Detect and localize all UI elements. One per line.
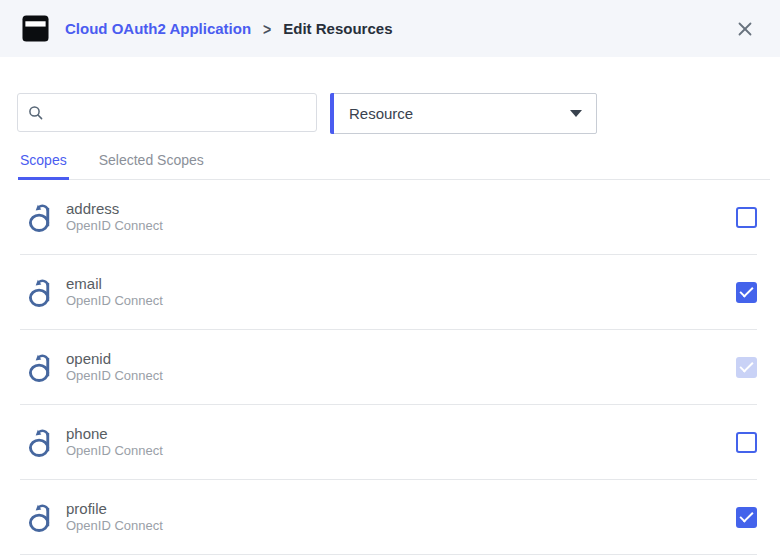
scope-name: address	[66, 201, 163, 218]
scope-checkbox[interactable]	[736, 357, 757, 378]
scope-list: address OpenID Connect email OpenID Conn…	[0, 180, 780, 555]
openid-connect-icon	[28, 502, 55, 533]
scope-row: phone OpenID Connect	[20, 405, 757, 480]
scope-provider: OpenID Connect	[66, 219, 163, 233]
search-icon	[28, 105, 44, 121]
tab-selected-scopes[interactable]: Selected Scopes	[97, 148, 206, 180]
scope-text: openid OpenID Connect	[66, 351, 163, 384]
page-title: Edit Resources	[283, 20, 392, 37]
scope-checkbox[interactable]	[736, 207, 757, 228]
scope-row: email OpenID Connect	[20, 255, 757, 330]
scope-name: openid	[66, 351, 163, 368]
scope-text: phone OpenID Connect	[66, 426, 163, 459]
edit-resources-dialog: Cloud OAuth2 Application > Edit Resource…	[0, 0, 780, 555]
resource-dropdown-value: Resource	[349, 105, 413, 122]
scope-provider: OpenID Connect	[66, 294, 163, 308]
scope-name: email	[66, 276, 163, 293]
breadcrumb-separator: >	[263, 19, 271, 37]
chevron-down-icon	[570, 110, 582, 117]
scope-checkbox[interactable]	[736, 282, 757, 303]
tab-scopes[interactable]: Scopes	[18, 148, 69, 180]
openid-connect-icon	[28, 277, 55, 308]
search-input[interactable]	[52, 105, 306, 121]
toolbar: Resource	[0, 57, 780, 134]
resource-dropdown[interactable]: Resource	[330, 93, 597, 134]
openid-connect-icon	[28, 352, 55, 383]
scope-text: profile OpenID Connect	[66, 501, 163, 534]
scope-provider: OpenID Connect	[66, 444, 163, 458]
tab-bar: Scopes Selected Scopes	[18, 148, 770, 180]
scope-row: profile OpenID Connect	[20, 480, 757, 555]
openid-connect-icon	[28, 202, 55, 233]
close-icon[interactable]	[732, 16, 758, 42]
scope-checkbox[interactable]	[736, 432, 757, 453]
scope-text: email OpenID Connect	[66, 276, 163, 309]
scope-row: openid OpenID Connect	[20, 330, 757, 405]
breadcrumb-parent-link[interactable]: Cloud OAuth2 Application	[65, 20, 251, 37]
search-box	[17, 93, 317, 132]
scope-provider: OpenID Connect	[66, 369, 163, 383]
scope-checkbox[interactable]	[736, 507, 757, 528]
openid-connect-icon	[28, 427, 55, 458]
scope-text: address OpenID Connect	[66, 201, 163, 234]
scope-row: address OpenID Connect	[20, 180, 757, 255]
scope-name: phone	[66, 426, 163, 443]
scope-provider: OpenID Connect	[66, 519, 163, 533]
breadcrumb: Cloud OAuth2 Application > Edit Resource…	[65, 20, 393, 37]
scope-name: profile	[66, 501, 163, 518]
dialog-header: Cloud OAuth2 Application > Edit Resource…	[0, 0, 780, 57]
window-icon	[22, 15, 49, 42]
dropdown-accent-bar	[330, 93, 334, 134]
